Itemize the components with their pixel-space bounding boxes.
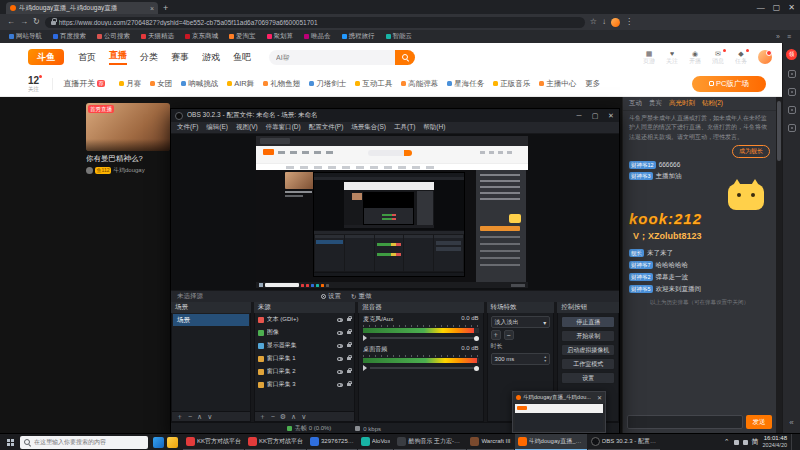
source-item[interactable]: 文本 (GDI+)	[255, 313, 355, 326]
scene-up-icon[interactable]: ∧	[197, 413, 202, 421]
source-redo-button[interactable]: ↻重做	[351, 292, 371, 301]
lock-icon[interactable]	[347, 357, 351, 360]
tab-highlights[interactable]: 高光时刻	[669, 99, 695, 108]
tab-diamond-fans[interactable]: 钻粉(2)	[702, 99, 723, 108]
search-icon[interactable]	[395, 50, 415, 65]
stop-streaming-button[interactable]: 停止直播	[561, 316, 615, 328]
volume-slider[interactable]	[363, 365, 478, 371]
visibility-eye-icon[interactable]	[337, 318, 343, 322]
visibility-eye-icon[interactable]	[337, 331, 343, 335]
studio-mode-button[interactable]: 工作室模式	[561, 358, 615, 370]
site-search-input[interactable]	[269, 54, 395, 61]
menu-file[interactable]: 文件(F)	[177, 123, 198, 132]
subnav-item[interactable]: 星海任务	[447, 79, 484, 89]
window-close-icon[interactable]: ✕	[788, 3, 795, 12]
new-tab-icon[interactable]: +	[163, 2, 168, 14]
nav-categories[interactable]: 分类	[140, 51, 158, 64]
tray-expand-icon[interactable]: ⌃	[724, 438, 730, 446]
virtual-camera-button[interactable]: 启动虚拟摄像机	[561, 344, 615, 356]
download-icon[interactable]: ↓	[602, 18, 606, 26]
lock-icon[interactable]	[347, 318, 351, 321]
tab-close-icon[interactable]: ×	[150, 5, 154, 12]
notification-center-button[interactable]	[791, 434, 796, 450]
douyu-logo[interactable]: 斗鱼	[28, 49, 64, 65]
taskbar-app[interactable]: AloVox	[358, 434, 394, 450]
action-follow[interactable]: ♥关注	[666, 50, 678, 64]
source-item[interactable]: 窗口采集 3	[255, 378, 355, 391]
browser-profile-icon[interactable]	[611, 18, 620, 27]
downloads-panel-icon[interactable]	[788, 124, 796, 132]
subnav-item[interactable]: 女团	[150, 79, 172, 89]
taskbar-app[interactable]: OBS 30.2.3 - 配置文件:…	[588, 434, 660, 450]
start-button[interactable]	[0, 434, 20, 450]
user-panel-icon[interactable]	[788, 70, 796, 78]
join-fleet-button[interactable]: 成为舰长	[732, 145, 770, 158]
taskbar-app[interactable]: 酷狗音乐 王力宏-天·91	[394, 434, 466, 450]
back-icon[interactable]: ←	[7, 18, 15, 26]
bookmark-star-icon[interactable]: ☆	[590, 18, 597, 26]
pc-plaza-button[interactable]: PC版广场	[692, 76, 766, 92]
send-button[interactable]: 发送	[746, 415, 772, 429]
bookmarks-panel-icon[interactable]: ≡	[787, 33, 791, 40]
volume-tray-icon[interactable]	[734, 440, 739, 445]
subnav-item[interactable]: 刀塔剑士	[309, 79, 346, 89]
action-games[interactable]: ▦页游	[643, 50, 655, 64]
subnav-item[interactable]: 礼物鱼翅	[263, 79, 300, 89]
subnav-item[interactable]: AIR舞	[227, 79, 254, 89]
obs-close-icon[interactable]: ✕	[603, 109, 619, 122]
collapse-panel-icon[interactable]: «	[789, 418, 793, 427]
source-item[interactable]: 图像	[255, 326, 355, 339]
tray-clock[interactable]: 16:01:48 2024/4/20	[763, 435, 787, 448]
taskbar-app[interactable]: KK官方对战平台	[245, 434, 306, 450]
taskbar-app[interactable]: Warcraft III	[467, 434, 513, 450]
add-source-icon[interactable]: ＋	[259, 412, 266, 422]
subnav-item[interactable]: 呐喊挑战	[181, 79, 218, 89]
browser-tab[interactable]: 斗鸡dougay直播_斗鸡dougay直播 ×	[6, 2, 158, 14]
duration-spinbox[interactable]: 300 ms▴▾	[491, 353, 551, 365]
settings-button[interactable]: 设置	[561, 372, 615, 384]
obs-titlebar[interactable]: OBS 30.2.3 - 配置文件: 未命名 - 场景: 未命名 ─ ▢ ✕	[171, 109, 619, 122]
window-maximize-icon[interactable]: ▢	[773, 3, 781, 12]
start-recording-button[interactable]: 开始录制	[561, 330, 615, 342]
bookmarks-more-icon[interactable]: »	[776, 33, 780, 40]
bookmark-item[interactable]: 唯品会	[304, 32, 331, 41]
taskbar-thumbnail-popup[interactable]: 斗鸡dougay直播_斗鸡dou... ✕	[512, 391, 606, 433]
action-broadcast[interactable]: ◉开播	[689, 50, 701, 64]
subnav-item[interactable]: 高能弹幕	[401, 79, 438, 89]
network-tray-icon[interactable]	[743, 440, 748, 445]
site-search[interactable]	[269, 50, 415, 65]
nav-yuba[interactable]: 鱼吧	[233, 51, 251, 64]
refresh-icon[interactable]: ↻	[33, 18, 40, 26]
browser-taskbar-icon[interactable]	[153, 437, 164, 448]
lock-icon[interactable]	[347, 383, 351, 386]
subnav-item[interactable]: 正版音乐	[493, 79, 530, 89]
chat-input[interactable]	[627, 415, 743, 429]
menu-profile[interactable]: 配置文件(P)	[309, 123, 344, 132]
address-bar[interactable]: https://www.douyu.com/27064827?dyshid=4b…	[45, 17, 585, 28]
subnav-item-more[interactable]: 更多	[585, 79, 600, 89]
spin-arrows-icon[interactable]: ▴▾	[544, 355, 546, 362]
source-properties-icon[interactable]: ⚙	[280, 413, 286, 421]
bookmark-item[interactable]: 百度搜索	[53, 32, 86, 41]
source-down-icon[interactable]: ∨	[301, 413, 306, 421]
bookmark-item[interactable]: 天猫精选	[141, 32, 174, 41]
remove-source-icon[interactable]: −	[271, 413, 275, 420]
visibility-eye-icon[interactable]	[337, 370, 343, 374]
obs-maximize-icon[interactable]: ▢	[587, 109, 603, 122]
add-scene-icon[interactable]: ＋	[176, 412, 183, 422]
ime-indicator[interactable]: 简	[752, 437, 759, 447]
reward-icon[interactable]: 领	[786, 49, 797, 60]
slider-thumb[interactable]	[474, 336, 479, 341]
taskbar-app[interactable]: KK官方对战平台	[183, 434, 244, 450]
bookmark-item[interactable]: 爱淘宝	[229, 32, 256, 41]
visibility-eye-icon[interactable]	[337, 344, 343, 348]
bookmark-item[interactable]: 网站导航	[9, 32, 42, 41]
scene-down-icon[interactable]: ∨	[207, 413, 212, 421]
lock-icon[interactable]	[347, 331, 351, 334]
remove-scene-icon[interactable]: −	[188, 413, 192, 420]
user-avatar[interactable]	[758, 50, 772, 64]
follow-counter[interactable]: 12 关注	[28, 75, 42, 92]
taskbar-app-active[interactable]: 斗鸡dougay直播_斗鸡d…	[515, 434, 587, 450]
scrollbar-thumb[interactable]	[777, 101, 781, 161]
taskbar-search[interactable]	[20, 436, 148, 449]
